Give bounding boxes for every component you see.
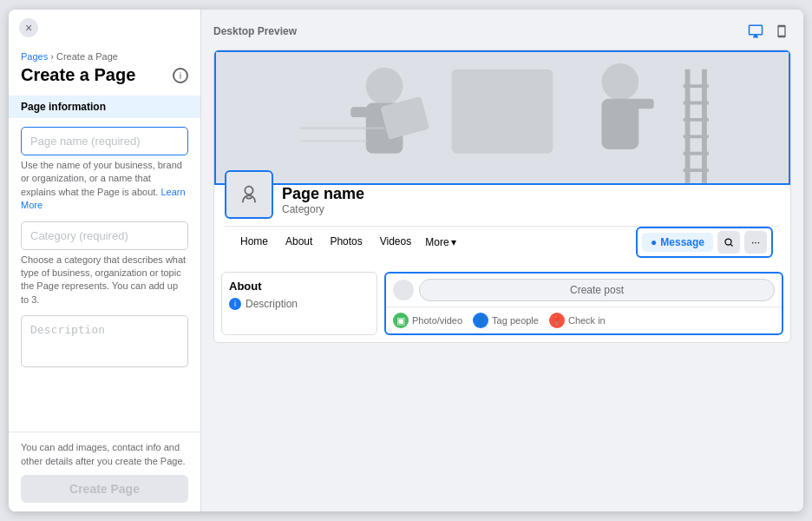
tag-icon: 👤 [473,313,488,328]
left-bottom: You can add images, contact info and oth… [9,432,200,511]
create-page-button[interactable]: Create Page [21,475,188,503]
fb-nav-actions: ● Message ··· [636,227,773,258]
svg-point-20 [725,239,731,245]
user-avatar-small [393,280,414,300]
category-group: Choose a category that describes what ty… [21,221,188,307]
fb-cover-photo [214,50,790,185]
right-panel: Desktop Preview [201,10,803,511]
fb-page-info: Page name Category [282,185,364,219]
more-button[interactable]: ··· [744,231,767,254]
bottom-hint: You can add images, contact info and oth… [21,441,188,468]
fb-content: About i Description Create post ▣ [214,265,790,342]
fb-page-category: Category [282,203,364,215]
fb-profile-row: Page name Category [225,185,780,219]
fb-avatar [225,170,273,219]
breadcrumb-link[interactable]: Pages [21,51,48,62]
fb-post-area: Create post ▣ Photo/video 👤 Tag people 📍 [384,272,783,335]
nav-tab-more[interactable]: More ▾ [420,228,461,256]
description-group [21,315,188,371]
nav-tab-home[interactable]: Home [232,228,277,256]
search-button[interactable] [717,231,740,254]
svg-point-6 [602,63,639,101]
left-panel: × Pages › Create a Page Create a Page i … [9,10,201,511]
create-post-button[interactable]: Create post [419,279,775,301]
nav-tab-about[interactable]: About [277,228,321,256]
category-hint: Choose a category that describes what ty… [21,254,188,307]
svg-rect-4 [350,107,376,117]
tag-people-action[interactable]: 👤 Tag people [473,313,539,328]
desktop-preview-icon[interactable] [746,22,765,41]
page-name-hint: Use the name of your business, brand or … [21,159,188,213]
outer-window: × Pages › Create a Page Create a Page i … [9,10,803,511]
svg-point-2 [366,68,403,105]
fb-preview: Page name Category Home About Photos Vid… [213,49,791,343]
fb-nav-tabs: Home About Photos Videos More ▾ [232,228,636,256]
page-name-group: Use the name of your business, brand or … [21,127,188,213]
description-input[interactable] [21,315,188,367]
svg-line-21 [730,244,732,246]
about-info-icon: i [229,298,241,310]
page-title: Create a Page [21,65,135,85]
fb-about-box: About i Description [221,272,377,335]
page-title-row: Create a Page i [21,65,188,85]
breadcrumb: Pages › Create a Page [21,51,188,62]
svg-rect-9 [452,69,553,154]
fb-create-post-row: Create post [386,274,782,307]
nav-tab-videos[interactable]: Videos [371,228,420,256]
check-in-action[interactable]: 📍 Check in [549,313,606,328]
fb-about-desc: i Description [229,298,370,310]
photo-video-action[interactable]: ▣ Photo/video [393,313,462,328]
fb-nav: Home About Photos Videos More ▾ ● Messag… [225,226,780,258]
nav-tab-photos[interactable]: Photos [321,228,370,256]
preview-header: Desktop Preview [213,22,791,41]
photo-icon: ▣ [393,313,409,328]
left-panel-inner: Pages › Create a Page Create a Page i Pa… [9,41,200,432]
checkin-icon: 📍 [549,313,565,328]
fb-about-title: About [229,280,370,293]
preview-label: Desktop Preview [213,25,297,37]
fb-page-name: Page name [282,185,364,203]
fb-post-actions: ▣ Photo/video 👤 Tag people 📍 Check in [386,307,782,333]
category-input[interactable] [21,221,188,250]
preview-icons [746,22,791,41]
svg-rect-8 [629,99,654,109]
page-name-input[interactable] [21,127,188,155]
section-label: Page information [9,96,200,118]
fb-profile-section: Page name Category Home About Photos Vid… [214,185,790,265]
message-button[interactable]: ● Message [642,233,713,252]
close-button[interactable]: × [19,18,38,37]
info-icon[interactable]: i [173,68,188,83]
mobile-preview-icon[interactable] [772,22,791,41]
